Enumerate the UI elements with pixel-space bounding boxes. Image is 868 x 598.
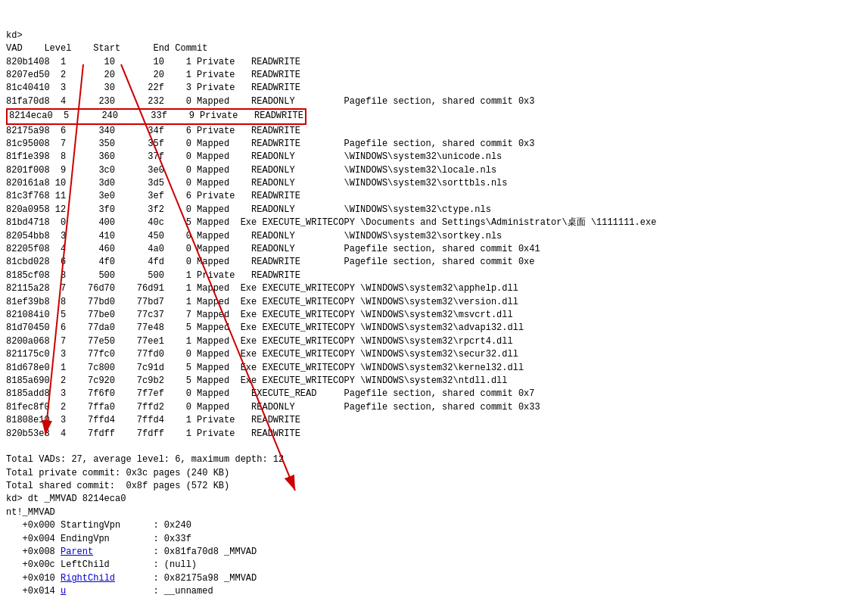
row-10: 820161a8 10 3d0 3d5 0 Mapped READONLY \W… <box>6 178 508 188</box>
row-3: 81c40410 3 30 22f 3 Private READWRITE <box>6 83 300 93</box>
rightchild-link[interactable]: RightChild <box>61 573 115 584</box>
row-8: 81f1e398 8 360 37f 0 Mapped READONLY \WI… <box>6 151 502 162</box>
row-27: 81fec8f0 2 7ffa0 7ffd2 0 Mapped READONLY… <box>6 402 540 413</box>
row-18: 82115a28 7 76d70 76d91 1 Mapped Exe EXEC… <box>6 283 518 294</box>
row-14: 82054bb8 3 410 450 0 Mapped READONLY \WI… <box>6 231 502 241</box>
row-15: 82205f08 4 460 4a0 0 Mapped READONLY Pag… <box>6 244 540 254</box>
row-20: 821084i0 5 77be0 77c37 7 Mapped Exe EXEC… <box>6 310 513 320</box>
row-22: 8200a068 7 77e50 77ee1 1 Mapped Exe EXEC… <box>6 336 513 347</box>
row-11: 81c3f768 11 3e0 3ef 6 Private READWRITE <box>6 191 300 201</box>
row-12: 820a0958 12 3f0 3f2 0 Mapped READONLY \W… <box>6 204 491 215</box>
row-16: 81cbd028 6 4f0 4fd 0 Mapped READWRITE Pa… <box>6 257 535 267</box>
summary-line-3: Total shared commit: 0x8f pages (572 KB) <box>6 481 229 491</box>
row-21: 81d70450 6 77da0 77e48 5 Mapped Exe EXEC… <box>6 322 524 333</box>
row-1: 820b1408 1 10 10 1 Private READWRITE <box>6 57 300 67</box>
row-17: 8185cf08 8 500 500 1 Private READWRITE <box>6 270 300 281</box>
row-5-highlighted: 8214eca0 5 240 33f 9 Private READWRITE <box>6 111 306 121</box>
terminal-output: kd> VAD Level Start End Commit 820b1408 … <box>0 0 868 598</box>
mmvad-header: nt!_MMVAD <box>6 507 55 518</box>
header-kd: kd> <box>6 30 23 41</box>
row-25: 8185a690 2 7c920 7c9b2 5 Mapped Exe EXEC… <box>6 375 508 386</box>
row-29: 820b53e8 4 7fdff 7fdff 1 Private READWRI… <box>6 428 300 439</box>
mmvad-leftchild: +0x00c LeftChild : (null) <box>6 559 197 570</box>
row-9: 8201f008 9 3c0 3e0 0 Mapped READONLY \WI… <box>6 165 496 176</box>
row-4: 81fa70d8 4 230 232 0 Mapped READONLY Pag… <box>6 96 535 107</box>
u-link[interactable]: u <box>61 586 66 596</box>
mmvad-parent: +0x008 Parent : 0x81fa70d8 _MMVAD <box>6 547 257 557</box>
mmvad-endingvpn: +0x004 EndingVpn : 0x33f <box>6 534 191 544</box>
column-headers: VAD Level Start End Commit <box>6 43 207 54</box>
summary-line-2: Total private commit: 0x3c pages (240 KB… <box>6 468 229 478</box>
row-2: 8207ed50 2 20 20 1 Private READWRITE <box>6 70 300 80</box>
row-13: 81bd4718 0 400 40c 5 Mapped Exe EXECUTE_… <box>6 217 656 228</box>
row-7: 81c95008 7 350 35f 0 Mapped READWRITE Pa… <box>6 139 535 149</box>
row-26: 8185add8 3 7f6f0 7f7ef 0 Mapped EXECUTE_… <box>6 388 535 399</box>
row-6: 82175a98 6 340 34f 6 Private READWRITE <box>6 126 300 136</box>
row-23: 821175c0 3 77fc0 77fd0 0 Mapped Exe EXEC… <box>6 349 518 360</box>
summary-line-1: Total VADs: 27, average level: 6, maximu… <box>6 454 284 465</box>
parent-link[interactable]: Parent <box>61 547 93 557</box>
kd-command-mmvad: kd> dt _MMVAD 8214eca0 <box>6 494 126 504</box>
row-19: 81ef39b8 8 77bd0 77bd7 1 Mapped Exe EXEC… <box>6 297 518 307</box>
mmvad-rightchild: +0x010 RightChild : 0x82175a98 _MMVAD <box>6 573 257 584</box>
mmvad-u: +0x014 u : __unnamed <box>6 586 213 596</box>
row-28: 81808e10 3 7ffd4 7ffd4 1 Private READWRI… <box>6 415 300 425</box>
mmvad-startingvpn: +0x000 StartingVpn : 0x240 <box>6 520 191 531</box>
row-24: 81d678e0 1 7c800 7c91d 5 Mapped Exe EXEC… <box>6 363 524 373</box>
